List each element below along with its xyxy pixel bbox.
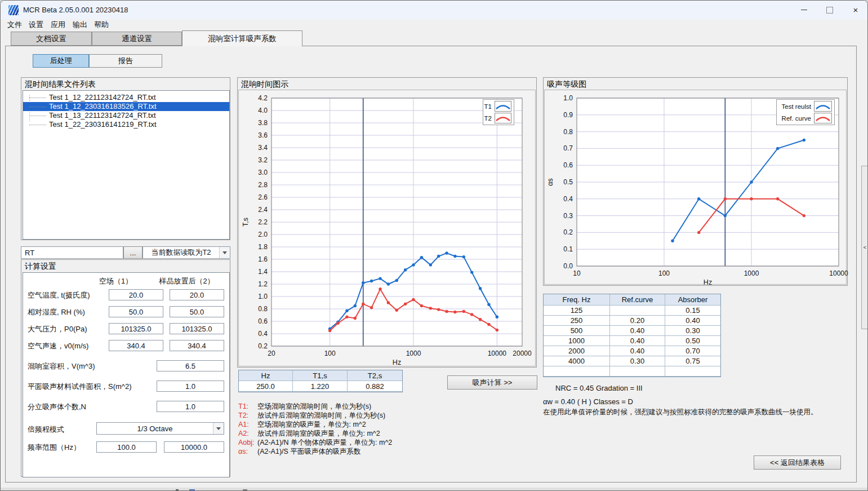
svg-text:1.4: 1.4: [258, 268, 268, 276]
freq-table: Freq. Hz Ref.curve Absorber 125 0.15 250…: [543, 294, 721, 377]
col-empty-room: 空场（1）: [88, 276, 143, 286]
freq-cell: 0.70: [665, 346, 720, 356]
svg-text:1.0: 1.0: [258, 293, 268, 300]
app-icon: [8, 5, 19, 15]
rt-name-input[interactable]: RT: [21, 246, 123, 259]
rt-chart-legend: T1 T2: [483, 99, 514, 125]
sound-speed-field-2[interactable]: 340.4: [170, 340, 224, 351]
rt-table-cell: 1.220: [293, 381, 348, 392]
tab-channel-settings[interactable]: 通道设置: [92, 32, 182, 46]
temperature-field-2[interactable]: 20.0: [170, 289, 224, 300]
file-list-panel-title: 混时间结果文件列表: [21, 78, 230, 90]
file-list-panel: 混时间结果文件列表 Test 1_12_221123142724_RT.txt …: [21, 77, 230, 240]
freq-cell: 0.20: [610, 316, 665, 326]
file-item[interactable]: Test 1_22_230316141219_RT.txt: [23, 120, 229, 129]
absorber-count-field[interactable]: 1.0: [157, 401, 224, 412]
note-as: αs:(A2-A1)/S 平面吸声体的吸声系数: [238, 447, 360, 456]
legend-label-test: Test reulst: [782, 103, 811, 110]
svg-text:0.2: 0.2: [258, 342, 268, 350]
chevron-down-icon[interactable]: [219, 247, 230, 258]
svg-text:10000: 10000: [488, 350, 507, 357]
tab-reverb-absorption[interactable]: 混响室计算吸声系数: [182, 30, 302, 46]
freq-cell: 2000: [544, 346, 610, 356]
svg-text:0.9: 0.9: [563, 111, 573, 119]
svg-text:0.6: 0.6: [258, 317, 268, 325]
label-octave-mode: 倍频程模式: [28, 424, 64, 435]
freq-cell: [610, 306, 665, 316]
file-item[interactable]: Test 1_13_221123142724_RT.txt: [23, 111, 229, 120]
browse-button[interactable]: ...: [123, 246, 143, 259]
svg-text:1.2: 1.2: [258, 280, 268, 288]
humidity-field-2[interactable]: 50.0: [170, 306, 224, 317]
svg-text:100: 100: [324, 350, 336, 357]
svg-text:0.8: 0.8: [258, 305, 268, 313]
freq-cell: 1000: [544, 336, 610, 346]
legend-entry-t2: T2: [486, 113, 511, 123]
label-temperature: 空气温度, t(摄氏度): [28, 290, 90, 300]
svg-text:10: 10: [573, 269, 581, 277]
calc-settings-title: 计算设置: [21, 260, 230, 272]
curve-icon-blue: [495, 101, 511, 112]
freq-cell: 0.40: [610, 326, 665, 336]
svg-text:4.0: 4.0: [258, 107, 268, 114]
rt-chart-area[interactable]: 4.24.03.83.63.43.23.02.82.62.42.22.01.81…: [238, 90, 536, 366]
rt-chart[interactable]: 4.24.03.83.63.43.23.02.82.62.42.22.01.81…: [239, 90, 536, 367]
pressure-field-2[interactable]: 101325.0: [170, 323, 224, 334]
svg-text:3.0: 3.0: [258, 169, 268, 176]
title-bar: MCR Beta 2.05.0.001 20230418 ×: [1, 1, 868, 19]
back-to-results-button[interactable]: << 返回结果表格: [754, 455, 841, 470]
close-button[interactable]: ×: [843, 1, 868, 19]
legend-label-t2: T2: [484, 115, 492, 122]
freq-cell: 0.40: [665, 316, 720, 326]
collapse-panel-handle[interactable]: <: [861, 166, 868, 329]
close-icon: ×: [853, 6, 858, 14]
taskbar-sliver: [1, 488, 868, 491]
note-aobj: Aobj:(A2-A1)/N 单个物体的吸声量，单位为: m^2: [238, 438, 392, 447]
chevron-down-icon[interactable]: [213, 423, 224, 434]
menu-help[interactable]: 帮助: [93, 19, 110, 30]
data-read-combo[interactable]: 当前数据读取为T2: [143, 246, 230, 259]
single-value-warning: 在使用此单值评价量的时候，强烈建议与按照标准获得的完整的吸声系数曲线一块使用。: [543, 408, 818, 417]
room-volume-field[interactable]: 6.5: [157, 360, 224, 371]
menu-settings[interactable]: 设置: [28, 19, 44, 30]
freq-cell: [610, 366, 665, 377]
subtab-report[interactable]: 报告: [89, 54, 162, 68]
curve-icon-blue: [814, 101, 832, 112]
svg-text:Hz: Hz: [704, 278, 712, 286]
svg-text:3.2: 3.2: [258, 156, 268, 164]
svg-text:3.6: 3.6: [258, 131, 268, 139]
svg-text:20000: 20000: [513, 350, 532, 357]
octave-mode-value: 1/3 Octave: [97, 424, 213, 433]
rt-table-cell: 250.0: [239, 381, 293, 392]
freq-min-field[interactable]: 100.0: [96, 441, 157, 453]
file-item-selected[interactable]: Test 1_12_230316183526_RT.txt: [23, 102, 229, 111]
svg-text:2.6: 2.6: [258, 193, 268, 201]
rt-table-header: T1,s: [293, 370, 348, 381]
absorption-calc-button[interactable]: 吸声计算 >>: [447, 375, 537, 390]
menu-apply[interactable]: 应用: [50, 19, 66, 30]
tab-document-settings[interactable]: 文档设置: [11, 32, 92, 46]
freq-cell: 500: [544, 326, 610, 336]
maximize-button[interactable]: [817, 1, 843, 19]
freq-cell: 0.30: [610, 356, 665, 366]
svg-text:0.4: 0.4: [563, 195, 573, 203]
freq-max-field[interactable]: 10000.0: [164, 441, 224, 453]
minimize-button[interactable]: [791, 1, 817, 19]
svg-text:0.7: 0.7: [563, 144, 573, 152]
temperature-field-1[interactable]: 20.0: [109, 289, 163, 300]
menu-file[interactable]: 文件: [6, 19, 23, 30]
humidity-field-1[interactable]: 50.0: [109, 306, 163, 317]
sound-speed-field-1[interactable]: 340.4: [109, 340, 163, 351]
octave-mode-combo[interactable]: 1/3 Octave: [96, 422, 224, 435]
sample-area-field[interactable]: 1.0: [157, 381, 224, 392]
label-pressure: 大气压力，P0(Pa): [28, 324, 87, 334]
svg-text:αs: αs: [546, 178, 554, 185]
file-list[interactable]: Test 1_12_221123142724_RT.txt Test 1_12_…: [23, 90, 230, 240]
svg-text:T,s: T,s: [242, 218, 250, 227]
file-item[interactable]: Test 1_12_221123142724_RT.txt: [23, 93, 229, 102]
svg-text:2.0: 2.0: [258, 231, 268, 238]
subtab-postprocess[interactable]: 后处理: [33, 54, 89, 68]
menu-output[interactable]: 输出: [72, 19, 88, 30]
pressure-field-1[interactable]: 101325.0: [109, 323, 163, 334]
freq-cell: 0.40: [610, 346, 665, 356]
